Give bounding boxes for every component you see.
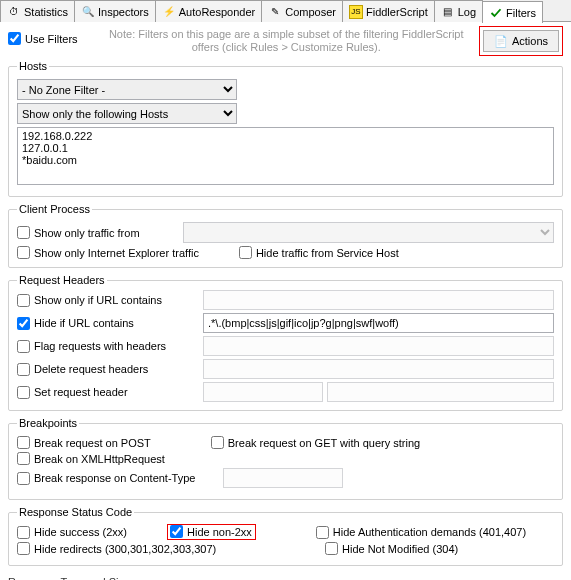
hide-svchost-checkbox[interactable]: Hide traffic from Service Host: [239, 246, 399, 259]
js-icon: JS: [349, 5, 363, 19]
tab-label: Log: [458, 6, 476, 18]
actions-button[interactable]: 📄 Actions: [483, 30, 559, 52]
break-resp-ct-checkbox[interactable]: Break response on Content-Type: [17, 472, 217, 485]
request-headers-group: Request Headers Show only if URL contain…: [8, 274, 563, 411]
tab-label: Composer: [285, 6, 336, 18]
client-process-group: Client Process Show only traffic from Sh…: [8, 203, 563, 268]
hide-url-input[interactable]: [203, 313, 554, 333]
tab-label: FiddlerScript: [366, 6, 428, 18]
tab-autoresponder[interactable]: ⚡AutoResponder: [155, 0, 262, 22]
breakpoints-group: Breakpoints Break request on POST Break …: [8, 417, 563, 500]
tab-label: Statistics: [24, 6, 68, 18]
flag-headers-input: [203, 336, 554, 356]
hosts-legend: Hosts: [17, 60, 49, 72]
filters-note: Note: Filters on this page are a simple …: [78, 26, 479, 56]
filters-panel: Use Filters Note: Filters on this page a…: [0, 22, 571, 580]
hide-auth-checkbox[interactable]: Hide Authentication demands (401,407): [316, 526, 526, 539]
tab-bar: ⏱Statistics 🔍Inspectors ⚡AutoResponder ✎…: [0, 0, 571, 22]
log-icon: ▤: [441, 5, 455, 19]
break-resp-ct-input: [223, 468, 343, 488]
actions-icon: 📄: [494, 35, 508, 48]
host-filter-select[interactable]: Show only the following Hosts: [17, 103, 237, 124]
show-only-traffic-checkbox[interactable]: Show only traffic from: [17, 226, 177, 239]
hide-url-checkbox[interactable]: Hide if URL contains: [17, 317, 197, 330]
zone-filter-select[interactable]: - No Zone Filter -: [17, 79, 237, 100]
hosts-group: Hosts - No Zone Filter - Show only the f…: [8, 60, 563, 197]
status-legend: Response Status Code: [17, 506, 134, 518]
break-xhr-checkbox[interactable]: Break on XMLHttpRequest: [17, 452, 165, 465]
hide-non2xx-highlight: Hide non-2xx: [167, 524, 256, 540]
tab-inspectors[interactable]: 🔍Inspectors: [74, 0, 156, 22]
use-filters-checkbox[interactable]: Use Filters: [8, 32, 78, 45]
delete-headers-checkbox[interactable]: Delete request headers: [17, 363, 197, 376]
tab-composer[interactable]: ✎Composer: [261, 0, 343, 22]
show-url-checkbox[interactable]: Show only if URL contains: [17, 294, 197, 307]
status-code-group: Response Status Code Hide success (2xx) …: [8, 506, 563, 566]
flag-headers-checkbox[interactable]: Flag requests with headers: [17, 340, 197, 353]
process-select: [183, 222, 554, 243]
delete-headers-input: [203, 359, 554, 379]
use-filters-input[interactable]: [8, 32, 21, 45]
tab-label: Inspectors: [98, 6, 149, 18]
host-list-textarea[interactable]: [17, 127, 554, 185]
hide-success-checkbox[interactable]: Hide success (2xx): [17, 526, 157, 539]
client-process-legend: Client Process: [17, 203, 92, 215]
ie-only-checkbox[interactable]: Show only Internet Explorer traffic: [17, 246, 199, 259]
actions-highlight: 📄 Actions: [479, 26, 563, 56]
set-header-name-input: [203, 382, 323, 402]
hide-redirects-checkbox[interactable]: Hide redirects (300,301,302,303,307): [17, 542, 267, 555]
magnifier-icon: 🔍: [81, 5, 95, 19]
pencil-icon: ✎: [268, 5, 282, 19]
use-filters-label: Use Filters: [25, 33, 78, 45]
set-header-checkbox[interactable]: Set request header: [17, 386, 197, 399]
lightning-icon: ⚡: [162, 5, 176, 19]
request-headers-legend: Request Headers: [17, 274, 107, 286]
hide-notmodified-checkbox[interactable]: Hide Not Modified (304): [325, 542, 458, 555]
show-url-input: [203, 290, 554, 310]
next-group-legend-cut: Response Type and Size: [8, 572, 563, 580]
stopwatch-icon: ⏱: [7, 5, 21, 19]
tab-fiddlerscript[interactable]: JSFiddlerScript: [342, 0, 435, 22]
break-get-qs-checkbox[interactable]: Break request on GET with query string: [211, 436, 420, 449]
actions-label: Actions: [512, 35, 548, 47]
tab-filters[interactable]: Filters: [482, 1, 543, 23]
breakpoints-legend: Breakpoints: [17, 417, 79, 429]
break-post-checkbox[interactable]: Break request on POST: [17, 436, 151, 449]
hide-non2xx-checkbox[interactable]: Hide non-2xx: [170, 525, 252, 538]
tab-label: Filters: [506, 7, 536, 19]
tab-log[interactable]: ▤Log: [434, 0, 483, 22]
checkmark-icon: [489, 6, 503, 20]
tab-statistics[interactable]: ⏱Statistics: [0, 0, 75, 22]
set-header-value-input: [327, 382, 554, 402]
tab-label: AutoResponder: [179, 6, 255, 18]
